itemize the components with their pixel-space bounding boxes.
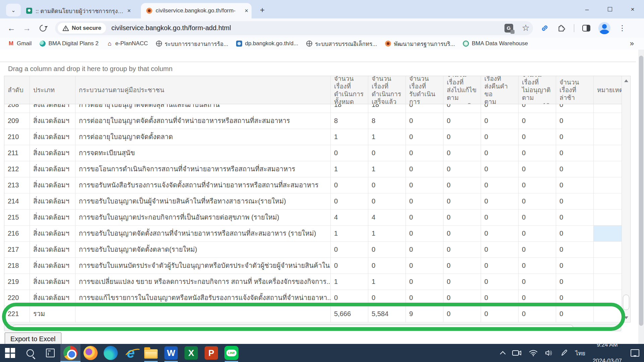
table-row[interactable]: 217สิ่งแวดล้อมฯการขอรับใบอนุญาตจัดตั้งตล…	[4, 242, 622, 258]
grid-cell: 0	[331, 177, 368, 193]
table-row[interactable]: 218สิ่งแวดล้อมฯการขอรับใบแทนบัตรประจำตัว…	[4, 258, 622, 274]
minimize-button[interactable]: –	[576, 6, 598, 13]
grid-cell: 1	[368, 129, 406, 145]
bookmark-gmail[interactable]: M Gmail	[8, 40, 32, 47]
table-row[interactable]: 219สิ่งแวดล้อมฯการขอเปลี่ยนแปลง ขยาย หรื…	[4, 274, 622, 290]
table-row[interactable]: 210สิ่งแวดล้อมฯการต่ออายุใบอนุญาตจัดตั้ง…	[4, 129, 622, 145]
tab-civilservice[interactable]: civilservice.bangkok.go.th/form- ×	[141, 3, 252, 18]
grid-cell: 0	[556, 209, 594, 225]
grid-horizontal-scrollbar[interactable]	[4, 324, 621, 331]
bookmarks-overflow-icon[interactable]: »	[630, 39, 634, 48]
task-view-button[interactable]	[40, 344, 60, 362]
grid-vertical-scrollbar[interactable]	[622, 76, 630, 322]
new-tab-button[interactable]: +	[260, 5, 265, 15]
table-row[interactable]: 215สิ่งแวดล้อมฯการขอรับใบอนุญาตประกอบกิจ…	[4, 209, 622, 226]
volume-icon[interactable]	[545, 350, 553, 356]
scroll-right-icon[interactable]	[614, 324, 621, 331]
column-header[interactable]: จำนวนเรื่องที่ ดำเนินการ เสร็จแล้ว	[368, 76, 406, 104]
table-row[interactable]: 211สิ่งแวดล้อมฯการจดทะเบียนสุนัข0000000	[4, 145, 622, 161]
link-icon[interactable]	[540, 24, 549, 33]
clock[interactable]: 9:24 AM 2024-03-07	[593, 333, 622, 362]
column-header[interactable]: จำนวนเรื่องที่ ส่งไปแก้ไข ตามมาตรา 8	[443, 76, 481, 104]
bookmark-service-standard[interactable]: พัฒนามาตรฐานการบริ...	[385, 39, 455, 48]
table-total-row[interactable]: 221รวม5,6665,58490000	[4, 306, 630, 322]
column-header[interactable]: จำนวนเรื่องที่ ดำเนินการ ทั้งหมด	[331, 76, 368, 104]
profile-avatar[interactable]	[598, 22, 610, 34]
grid-cell: สิ่งแวดล้อมฯ	[30, 161, 75, 177]
tray-expand-icon[interactable]	[500, 351, 506, 357]
taskbar-file-explorer[interactable]	[141, 344, 161, 362]
tab-bma-policy[interactable]: :: ตามติดนโยบายผู้ว่าราชการกรุงเทพ ×	[21, 3, 134, 18]
side-panel-icon[interactable]	[582, 25, 590, 32]
column-header[interactable]: หมายเหตุ	[594, 76, 622, 104]
forward-button[interactable]: →	[23, 23, 31, 33]
tab-search-button[interactable]: ⌄	[6, 4, 21, 16]
security-chip[interactable]: Not secure	[58, 23, 106, 34]
bookmark-dp-bangkok[interactable]: dp.bangkok.go.th/d...	[236, 40, 298, 47]
column-header[interactable]: จำนวนเรื่องที่ ส่งคืนคำขอ ตามมาตรา 9	[481, 76, 519, 104]
table-row[interactable]: 220สิ่งแวดล้อมฯการขอแก้ไขรายการในใบอนุญา…	[4, 290, 622, 306]
action-center-icon[interactable]	[631, 349, 639, 357]
taskbar-edge[interactable]	[101, 344, 121, 362]
meet-now-icon[interactable]	[512, 350, 522, 356]
grid-cell: 0	[331, 258, 368, 274]
column-header[interactable]: กระบวนงานตามคู่มือประชาชน	[75, 76, 331, 104]
start-button[interactable]	[0, 344, 20, 362]
taskbar-powerpoint[interactable]: P	[201, 344, 221, 362]
browser-menu-icon[interactable]: ⋮	[619, 24, 626, 33]
bookmark-eplannacc[interactable]: ⌂ e-PlanNACC	[107, 40, 148, 47]
wifi-icon[interactable]	[529, 350, 538, 356]
browser-toolbar: ← → Not secure civilservice.bangkok.go.t…	[0, 18, 644, 38]
extensions-icon[interactable]	[557, 24, 566, 33]
civilservice-favicon-icon	[146, 8, 152, 14]
language-indicator[interactable]: ไทย	[575, 349, 585, 358]
close-window-button[interactable]: ×	[621, 6, 644, 13]
taskbar-firefox[interactable]	[80, 344, 101, 362]
scrollbar-thumb[interactable]	[639, 56, 643, 326]
taskbar-chrome[interactable]	[60, 344, 80, 362]
close-tab-icon[interactable]: ×	[127, 7, 131, 14]
pen-icon[interactable]	[560, 349, 568, 357]
grid-cell: 210	[4, 129, 30, 145]
grid-cell: การขอรับใบอนุญาตจัดตั้งตลาด(รายใหม่)	[75, 242, 331, 257]
scroll-left-icon[interactable]	[4, 324, 11, 331]
table-row[interactable]: 209สิ่งแวดล้อมฯการต่ออายุใบอนุญาตจัดตั้ง…	[4, 113, 622, 129]
grid-cell: 219	[4, 274, 30, 290]
scrollbar-thumb[interactable]	[623, 295, 629, 310]
word-icon: W	[164, 346, 178, 360]
scroll-up-icon[interactable]	[622, 76, 630, 85]
grid-cell: 0	[556, 242, 594, 257]
table-row[interactable]: 208สิ่งแวดล้อมฯการต่ออายุใบอนุญาตจัดตั้ง…	[4, 104, 622, 113]
column-header[interactable]: จำนวนเรื่องที่ รับดำเนินการ	[406, 76, 443, 104]
column-header[interactable]: จำนวนเรื่องที่ ไม่อนุญาติ ตามมาตรา 10	[519, 76, 556, 104]
address-bar[interactable]: Not secure civilservice.bangkok.go.th/fo…	[55, 21, 533, 35]
bookmark-bma-digital-plans[interactable]: BMA Digital Plans 2	[40, 40, 98, 47]
column-header[interactable]: ลำดับ	[4, 76, 30, 104]
group-drop-zone[interactable]: Drag a column and drop it here to group …	[0, 62, 636, 76]
bookmark-report-system[interactable]: ระบบการรายงานการร้อ...	[156, 39, 228, 48]
grid-cell: สิ่งแวดล้อมฯ	[30, 258, 75, 274]
taskbar-line[interactable]: LINE	[221, 344, 241, 362]
reload-icon[interactable]	[38, 23, 48, 33]
scrollbar-thumb[interactable]	[12, 325, 573, 330]
grid-cell: สิ่งแวดล้อมฯ	[30, 274, 75, 290]
taskbar-search-button[interactable]	[20, 344, 40, 362]
bookmark-e-document[interactable]: ระบบสารบรรณอิเล็กทร...	[306, 39, 377, 48]
window-scrollbar[interactable]	[638, 50, 644, 344]
column-header[interactable]: ประเภท	[30, 76, 75, 104]
table-row[interactable]: 216สิ่งแวดล้อมฯการขอรับใบอนุญาตจัดตั้งสถ…	[4, 226, 622, 242]
maximize-button[interactable]	[598, 6, 621, 13]
close-tab-icon[interactable]: ×	[245, 7, 248, 14]
scroll-down-icon[interactable]	[622, 313, 630, 322]
bookmark-star-icon[interactable]: ☆	[522, 23, 530, 33]
translate-icon[interactable]: G	[504, 24, 513, 33]
table-row[interactable]: 212สิ่งแวดล้อมฯการขอโอนการดำเนินกิจการสถ…	[4, 161, 622, 177]
column-header[interactable]: จำนวนเรื่องที่ ล่าช้า	[556, 76, 594, 104]
table-row[interactable]: 214สิ่งแวดล้อมฯการขอรับใบอนุญาตเป็นผู้จำ…	[4, 193, 622, 209]
bookmark-bma-data-warehouse[interactable]: BMA Data Warehouse	[463, 40, 528, 47]
back-button[interactable]: ←	[7, 23, 15, 33]
taskbar-internet-explorer[interactable]: e	[121, 344, 141, 362]
taskbar-word[interactable]: W	[161, 344, 181, 362]
table-row[interactable]: 213สิ่งแวดล้อมฯการขอรับหนังสือรับรองการแ…	[4, 177, 622, 193]
taskbar-excel[interactable]: X	[181, 344, 201, 362]
